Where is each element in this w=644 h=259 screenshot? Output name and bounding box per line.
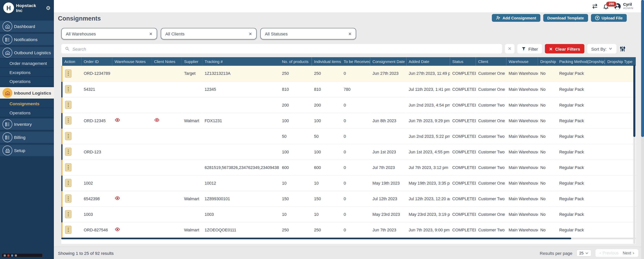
column-settings-icon[interactable]	[619, 45, 626, 52]
clear-status-filter-icon[interactable]: ✕	[348, 32, 352, 36]
to-be-received-cell: 0	[341, 222, 370, 238]
record-icon[interactable]	[8, 254, 10, 256]
search-input[interactable]	[72, 46, 498, 51]
order-id-cell	[81, 128, 112, 144]
row-actions-menu-button[interactable]	[65, 226, 72, 234]
added-date-cell: Jun 7th 2023, 9:00 pm	[406, 222, 450, 238]
add-consignment-button[interactable]: Add Consignment	[492, 14, 540, 22]
row-actions-menu-button[interactable]	[65, 179, 72, 187]
clear-search-button[interactable]: ✕	[505, 44, 514, 54]
chevron-left-icon: ‹	[600, 251, 601, 256]
packing-method-cell: Regular Pack	[557, 113, 605, 128]
warehouse-cell: Main Warehouse	[506, 206, 538, 222]
filter-button[interactable]: Filter	[517, 44, 542, 54]
tracking-cell: FDX1231	[202, 113, 280, 128]
window-scrollbar-thumb[interactable]	[641, 0, 644, 137]
dropship-type-cell	[605, 82, 636, 97]
column-header-dropship-type: Dropship Type	[605, 57, 636, 66]
person-plus-icon	[496, 16, 500, 20]
table-row: 10021001210100May 19th 2023May 19th 2023…	[62, 175, 636, 191]
order-id-cell: ORD-123	[81, 144, 112, 160]
sidebar-item-outbound-logistics[interactable]: Outbound Logistics	[0, 47, 54, 58]
warehouse-notes-cell	[112, 82, 152, 97]
row-actions-menu-button[interactable]	[65, 85, 72, 93]
sidebar-item-inventory[interactable]: Inventory	[0, 118, 54, 130]
dropship-cell: No	[538, 97, 556, 113]
gear-icon[interactable]: ⚙	[46, 5, 51, 10]
sidebar-item-label: Dashboard	[14, 24, 35, 29]
status-filter-select[interactable]: All Statuses✕	[260, 28, 356, 40]
sidebar: H Hopstack Inc ⚙ DashboardNotificationsO…	[0, 0, 54, 259]
to-be-received-cell: 0	[341, 66, 370, 82]
clear-client-filter-icon[interactable]: ✕	[248, 32, 252, 36]
client-filter-select[interactable]: All Clients✕	[161, 28, 256, 40]
results-per-page-label: Results per page	[540, 251, 572, 256]
client-notes-cell	[152, 160, 182, 175]
added-date-cell: Jul 7th 2023, 3:12 pm	[406, 160, 450, 175]
sidebar-item-operations[interactable]: Operations	[0, 108, 54, 117]
client-cell: Customer One	[476, 113, 506, 128]
warehouse-cell: Main Warehouse	[506, 82, 538, 97]
chart-icon[interactable]	[11, 254, 13, 256]
notifications-bell-icon[interactable]: 280	[603, 3, 609, 9]
clear-filters-button[interactable]: ✕ Clear Filters	[545, 44, 584, 54]
next-page-button[interactable]: Next›	[623, 251, 634, 256]
warehouse-cell: Main Warehouse	[506, 191, 538, 206]
note-eye-icon[interactable]	[114, 196, 120, 200]
row-actions-menu-button[interactable]	[65, 194, 72, 203]
sort-by-button[interactable]: Sort By:	[587, 44, 616, 54]
warehouse-notes-cell	[112, 97, 152, 113]
note-eye-icon[interactable]	[114, 228, 120, 232]
row-actions-menu-button[interactable]	[65, 116, 72, 124]
sidebar-item-billing[interactable]: Billing	[0, 132, 54, 143]
packing-method-cell: Regular Pack	[557, 144, 605, 160]
user-menu[interactable]: Cyril ADMIN	[614, 2, 633, 10]
products-count-cell: 810	[280, 82, 312, 97]
tracking-cell: 12345	[202, 82, 280, 97]
warehouse-filter-select[interactable]: All Warehouses✕	[61, 28, 157, 40]
previous-page-button[interactable]: ‹Previous	[600, 251, 618, 256]
individual-items-cell: 810	[312, 82, 341, 97]
warehouse-notes-cell	[112, 66, 152, 82]
client-cell: Customer One	[476, 175, 506, 191]
window-icon[interactable]	[4, 254, 6, 256]
sidebar-item-exceptions[interactable]: Exceptions	[0, 67, 54, 76]
sidebar-item-operations[interactable]: Operations	[0, 76, 54, 86]
warehouse-notes-cell	[112, 222, 152, 238]
warehouse-notes-cell	[112, 175, 152, 191]
clock-icon[interactable]	[15, 254, 17, 256]
upload-file-button[interactable]: Upload File	[591, 14, 627, 22]
warehouse-cell: Main Warehouse	[506, 113, 538, 128]
sidebar-item-setup[interactable]: Setup	[0, 145, 54, 156]
tracking-cell	[202, 144, 280, 160]
sidebar-item-consignments[interactable]: Consignments	[0, 98, 54, 108]
search-icon	[65, 46, 70, 51]
sync-arrows-icon[interactable]	[592, 3, 598, 9]
client-notes-cell	[152, 66, 182, 82]
sidebar-item-label: Consignments	[10, 101, 40, 106]
note-eye-icon[interactable]	[154, 118, 159, 122]
column-header-client: Client	[476, 57, 506, 66]
sidebar-item-inbound-logistics[interactable]: Inbound Logistics	[0, 87, 54, 98]
download-template-button[interactable]: Download Template	[543, 14, 588, 22]
row-actions-menu-button[interactable]	[65, 210, 72, 218]
order-id-cell: ORD-827546	[81, 222, 112, 238]
row-actions-menu-button[interactable]	[65, 148, 72, 156]
horizontal-scrollbar-thumb[interactable]	[61, 238, 571, 240]
row-actions-menu-button[interactable]	[65, 163, 72, 172]
table-footer: Showing 1 to 25 of 92 results Results pe…	[54, 247, 644, 259]
warehouse-notes-cell	[112, 206, 152, 222]
note-eye-icon[interactable]	[114, 118, 120, 122]
clear-warehouse-filter-icon[interactable]: ✕	[149, 32, 152, 36]
row-actions-menu-button[interactable]	[65, 101, 72, 109]
page-size-select[interactable]: 25	[576, 250, 591, 256]
individual-items-cell: 150	[312, 191, 341, 206]
sidebar-item-notifications[interactable]: Notifications	[0, 34, 54, 45]
sidebar-item-dashboard[interactable]: Dashboard	[0, 20, 54, 32]
sidebar-item-label: Inbound Logistics	[14, 90, 51, 95]
table-scrollbar-thumb[interactable]	[633, 64, 636, 137]
sidebar-item-order-management[interactable]: Order management	[0, 58, 54, 68]
row-actions-menu-button[interactable]	[65, 70, 72, 78]
row-actions-menu-button[interactable]	[65, 132, 72, 140]
column-header-no-of-products: No. of products	[280, 57, 312, 66]
